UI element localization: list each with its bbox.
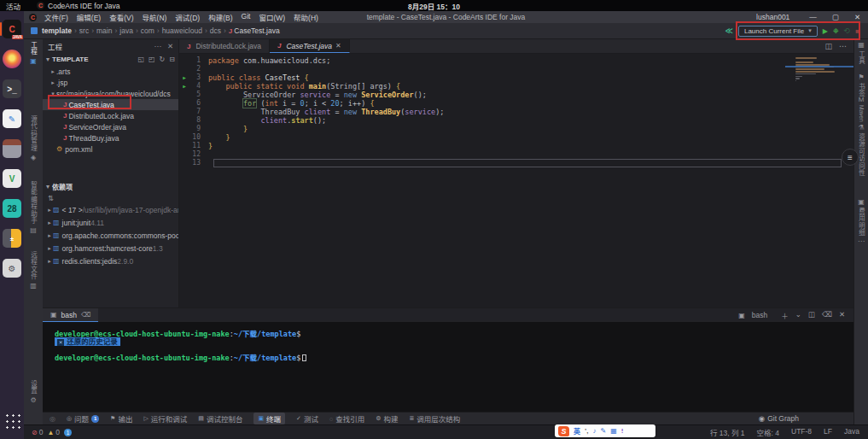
close-panel-icon[interactable]: ✕ xyxy=(839,310,845,320)
warnings-count[interactable]: 0 xyxy=(55,428,60,436)
dependency-org.hamcrest:hamcrest-core[interactable]: ▸▥org.hamcrest:hamcrest-core 1.3 xyxy=(43,242,178,255)
dock-item-gvim[interactable]: V xyxy=(0,167,24,190)
run-button[interactable]: ▶ xyxy=(823,27,828,35)
run-gutter-icon[interactable]: ▶ xyxy=(179,82,189,91)
panel-tab-终端[interactable]: ▣终端 xyxy=(253,413,285,424)
tree-item-.arts[interactable]: ▸.arts xyxy=(43,66,178,77)
panel-tab-输出[interactable]: ⚑输出 xyxy=(110,413,132,424)
breadcrumb-item-main[interactable]: main xyxy=(96,26,112,35)
menu-0[interactable]: 文件(F) xyxy=(40,12,73,22)
breadcrumb-item-dcs[interactable]: dcs xyxy=(210,26,221,35)
code-line-10[interactable]: 10 } xyxy=(179,133,853,142)
stop-button[interactable]: ■ xyxy=(855,27,859,35)
dock-item-codearts[interactable]: CJAVA xyxy=(0,17,24,41)
code-line-8[interactable]: 8 client.start(); xyxy=(179,116,853,125)
panel-manage-icon[interactable]: ◎ xyxy=(50,415,55,423)
right-activity-工具[interactable]: ▦工具 xyxy=(854,41,868,65)
deps-chevron-icon[interactable]: ▾ xyxy=(46,183,50,190)
launch-config-dropdown[interactable]: Launch Current File ▾ xyxy=(738,26,818,37)
code-area[interactable]: 1package com.huaweicloud.dcs;2▶3public c… xyxy=(179,54,853,307)
shell-label[interactable]: bash xyxy=(752,311,767,319)
dock-item-text-editor[interactable]: ✎ xyxy=(0,107,24,131)
left-activity-工程[interactable]: 工程▣ xyxy=(24,41,43,65)
dock-item-terminal-app[interactable]: >_ xyxy=(0,77,24,101)
collapse-all-icon[interactable]: ⊟ xyxy=(169,56,175,63)
breadcrumb-file[interactable]: CaseTest.java xyxy=(234,26,279,35)
breadcrumb-item-src[interactable]: src xyxy=(79,26,89,35)
panel-tab-构建[interactable]: ⚙构建 xyxy=(376,413,398,424)
terminal-output[interactable]: developer@ecs-cloud-host-ubuntu-img-nake… xyxy=(43,322,853,412)
menu-7[interactable]: 窗口(W) xyxy=(254,12,289,22)
menu-8[interactable]: 帮助(H) xyxy=(289,12,323,22)
code-line-9[interactable]: 9 } xyxy=(179,125,853,133)
dock-item-settings-app[interactable]: ⚙ xyxy=(0,256,24,280)
project-section-title[interactable]: TEMPLATE xyxy=(52,56,89,63)
breadcrumb-item-com[interactable]: com xyxy=(141,26,154,35)
panel-tab-运行和调试[interactable]: ▷运行和调试 xyxy=(143,413,187,424)
tree-item-.jsp[interactable]: ▸.jsp xyxy=(43,77,178,88)
status-encoding[interactable]: UTF-8 xyxy=(791,427,812,437)
status-language-mode[interactable]: Java xyxy=(844,427,859,437)
breadcrumb-item-java[interactable]: java xyxy=(119,26,133,35)
errors-icon[interactable]: ⊘ xyxy=(32,429,38,436)
new-file-icon[interactable]: ◱ xyxy=(137,56,144,63)
breadcrumb-item-template[interactable]: template xyxy=(42,26,72,35)
editor-tab-DistributedLock.java[interactable]: JDistributedLock.java xyxy=(179,39,270,53)
menu-6[interactable]: Git xyxy=(237,12,255,22)
menu-3[interactable]: 导航(N) xyxy=(138,12,172,22)
codearts-menu-logo-icon[interactable]: C xyxy=(29,14,37,21)
right-activity-more[interactable]: ⋯ xyxy=(854,237,868,245)
breadcrumb-item-huaweicloud[interactable]: huaweicloud xyxy=(162,26,202,35)
restored-history-chip[interactable]: ✕还原的历史记录 xyxy=(55,337,120,346)
errors-count[interactable]: 0 xyxy=(39,428,44,436)
panel-tab-测试[interactable]: ✓测试 xyxy=(296,413,318,424)
dependency-redis.clients:jedis[interactable]: ▸▥redis.clients:jedis 2.9.0 xyxy=(43,255,178,267)
explorer-more-icon[interactable]: ⋯ xyxy=(154,42,161,50)
right-activity-费用明细[interactable]: ▣费用明细 xyxy=(854,198,868,237)
menu-4[interactable]: 调试(D) xyxy=(171,12,204,22)
dock-item-firefox[interactable] xyxy=(0,47,24,71)
code-line-12[interactable]: 12 xyxy=(179,150,853,159)
deps-filter-icon[interactable]: ⇅ xyxy=(48,194,54,202)
code-line-5[interactable]: 5 ServiceOrder service = new ServiceOrde… xyxy=(179,91,853,99)
explorer-close-icon[interactable]: ✕ xyxy=(167,42,173,50)
terminal-tab-bash[interactable]: ▣ bash ⌫ xyxy=(43,308,98,322)
menu-5[interactable]: 构建(B) xyxy=(204,12,236,22)
dependency-< 17 >[interactable]: ▸▨< 17 > /usr/lib/jvm/java-17-openjdk-am… xyxy=(43,203,178,216)
activities-button[interactable]: 活动 xyxy=(0,1,26,11)
breadcrumb[interactable]: template›src›main›java›com›huaweicloud›d… xyxy=(42,26,280,35)
restart-button[interactable]: ⟲ xyxy=(844,26,851,35)
code-line-11[interactable]: 11} xyxy=(179,142,853,150)
new-folder-icon[interactable]: ◰ xyxy=(149,56,155,63)
collapse-arrows-icon[interactable]: ≪ xyxy=(725,26,733,35)
left-activity-源代码管理[interactable]: 源代码管理◈ xyxy=(24,115,43,161)
new-terminal-icon[interactable]: ＋ xyxy=(781,310,789,320)
code-line-3[interactable]: ▶3public class CaseTest { xyxy=(179,73,853,82)
kill-terminal-icon[interactable]: ⌫ xyxy=(822,310,832,320)
dock-item-calculator[interactable]: ± xyxy=(0,226,24,250)
left-activity-智能编程助手[interactable]: 智能编程助手▤ xyxy=(24,181,43,234)
status-indent-setting[interactable]: 空格: 4 xyxy=(757,427,779,437)
tree-item-DistributedLock.java[interactable]: JDistributedLock.java xyxy=(43,110,178,121)
menu-2[interactable]: 查看(V) xyxy=(105,12,137,22)
right-activity-书签[interactable]: ⚑书签 xyxy=(854,73,868,97)
code-line-7[interactable]: 7 ThreadBuy client = new ThreadBuy(servi… xyxy=(179,108,853,116)
maximize-button[interactable]: ▢ xyxy=(824,13,847,21)
tree-item-ThreadBuy.java[interactable]: JThreadBuy.java xyxy=(43,132,178,143)
dependency-junit:junit[interactable]: ▸▥junit:junit 4.11 xyxy=(43,216,178,229)
ime-item-2[interactable]: ♪ xyxy=(592,427,596,435)
section-chevron-icon[interactable]: ▾ xyxy=(46,56,50,63)
ime-item-1[interactable]: ’, xyxy=(585,427,588,435)
warnings-icon[interactable]: ▲ xyxy=(47,429,54,436)
system-clock[interactable]: 8月29日 15：10 xyxy=(408,1,460,11)
tree-item-src/main/java/com/huaweicloud/dcs[interactable]: ▾src/main/java/com/huaweicloud/dcs xyxy=(43,88,178,99)
refresh-icon[interactable]: ↻ xyxy=(160,56,166,63)
code-line-6[interactable]: 6 for (int i = 0; i < 20; i++) { xyxy=(179,99,853,108)
close-button[interactable]: ✕ xyxy=(847,13,868,21)
status-cursor-position[interactable]: 行 13, 列 1 xyxy=(710,427,745,437)
info-icon[interactable]: 1 xyxy=(64,429,72,436)
right-activity-资源可访问性[interactable]: ⚗资源可访问性 xyxy=(854,124,868,177)
menu-1[interactable]: 编辑(E) xyxy=(73,12,105,22)
hamburger-menu-button[interactable]: ≡ xyxy=(842,149,859,166)
editor-tab-CaseTest.java[interactable]: JCaseTest.java✕ xyxy=(270,39,350,53)
